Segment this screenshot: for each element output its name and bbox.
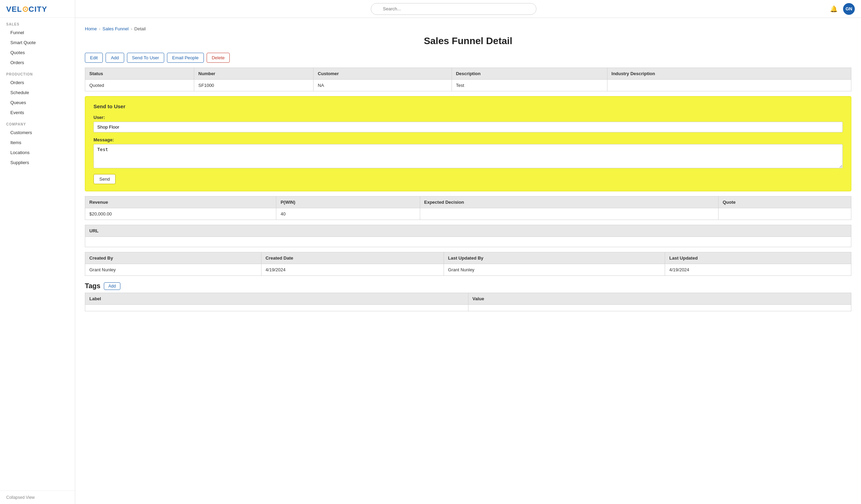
delete-button[interactable]: Delete: [207, 53, 230, 63]
production-section-label: PRODUCTION: [0, 68, 75, 78]
message-textarea[interactable]: [93, 144, 843, 168]
col-tag-label: Label: [85, 293, 468, 305]
col-created-date: Created Date: [261, 252, 444, 264]
send-to-user-panel: Send to User User: Message: Send: [85, 96, 851, 191]
topbar: 🔍 🔔 GN: [75, 0, 861, 18]
col-number: Number: [194, 68, 314, 80]
cell-pwin: 40: [276, 208, 420, 220]
sidebar-item-suppliers[interactable]: Suppliers: [0, 158, 75, 168]
sidebar-section-company: COMPANY Customers Items Locations Suppli…: [0, 118, 75, 168]
tags-label-cell: [85, 305, 468, 311]
send-to-user-title: Send to User: [93, 103, 843, 109]
sales-section-label: SALES: [0, 18, 75, 28]
col-quote: Quote: [718, 196, 851, 208]
financials-table: Revenue P(WIN) Expected Decision Quote $…: [85, 196, 851, 220]
cell-industry-description: [607, 80, 851, 91]
sidebar-item-sales-orders[interactable]: Orders: [0, 58, 75, 68]
breadcrumb-home[interactable]: Home: [85, 26, 97, 31]
sidebar: VEL⊙CITY SALES Funnel Smart Quote Quotes…: [0, 0, 75, 504]
detail-table: Status Number Customer Description Indus…: [85, 68, 851, 91]
sidebar-item-funnel[interactable]: Funnel: [0, 28, 75, 38]
breadcrumb-current: Detail: [134, 26, 146, 31]
notification-bell-icon[interactable]: 🔔: [830, 5, 838, 13]
col-revenue: Revenue: [85, 196, 276, 208]
send-to-user-button[interactable]: Send To User: [127, 53, 165, 63]
page-title: Sales Funnel Detail: [85, 36, 851, 47]
add-button[interactable]: Add: [106, 53, 124, 63]
message-field-row: Message:: [93, 137, 843, 169]
col-tag-value: Value: [468, 293, 851, 305]
sidebar-item-quotes[interactable]: Quotes: [0, 48, 75, 58]
message-label: Message:: [93, 137, 843, 142]
cell-number: SF1000: [194, 80, 314, 91]
cell-description: Test: [452, 80, 607, 91]
topbar-right: 🔔 GN: [830, 3, 855, 15]
cell-customer: NA: [314, 80, 452, 91]
sidebar-item-production-orders[interactable]: Orders: [0, 78, 75, 88]
cell-created-by: Grant Nunley: [85, 264, 261, 276]
user-field-row: User:: [93, 115, 843, 132]
breadcrumb-sales-funnel[interactable]: Sales Funnel: [102, 26, 129, 31]
col-last-updated: Last Updated: [665, 252, 851, 264]
sidebar-item-smart-quote[interactable]: Smart Quote: [0, 38, 75, 48]
tags-table: Label Value: [85, 293, 851, 311]
breadcrumb: Home › Sales Funnel › Detail: [85, 26, 851, 31]
cell-status: Quoted: [85, 80, 194, 91]
content-area: Home › Sales Funnel › Detail Sales Funne…: [75, 18, 861, 504]
breadcrumb-sep-2: ›: [131, 26, 132, 31]
user-input[interactable]: [93, 122, 843, 132]
collapsed-view-toggle[interactable]: Collapsed View: [0, 491, 75, 504]
col-description: Description: [452, 68, 607, 80]
edit-button[interactable]: Edit: [85, 53, 103, 63]
tags-value-cell: [468, 305, 851, 311]
col-status: Status: [85, 68, 194, 80]
cell-quote: [718, 208, 851, 220]
sidebar-section-production: PRODUCTION Orders Schedule Queues Events: [0, 68, 75, 118]
sidebar-item-schedule[interactable]: Schedule: [0, 88, 75, 98]
cell-expected-decision: [420, 208, 718, 220]
tags-title: Tags: [85, 282, 100, 290]
sidebar-section-sales: SALES Funnel Smart Quote Quotes Orders: [0, 18, 75, 68]
col-last-updated-by: Last Updated By: [444, 252, 665, 264]
meta-table: Created By Created Date Last Updated By …: [85, 252, 851, 276]
search-input[interactable]: [371, 3, 536, 15]
toolbar: Edit Add Send To User Email People Delet…: [85, 53, 851, 63]
search-container: 🔍: [81, 3, 826, 15]
search-wrap: 🔍: [371, 3, 536, 15]
col-customer: Customer: [314, 68, 452, 80]
sidebar-item-items[interactable]: Items: [0, 138, 75, 148]
sidebar-item-locations[interactable]: Locations: [0, 148, 75, 158]
col-expected-decision: Expected Decision: [420, 196, 718, 208]
send-button[interactable]: Send: [93, 174, 116, 184]
sidebar-item-queues[interactable]: Queues: [0, 98, 75, 108]
cell-last-updated-by: Grant Nunley: [444, 264, 665, 276]
tags-add-button[interactable]: Add: [104, 282, 120, 290]
email-people-button[interactable]: Email People: [167, 53, 204, 63]
col-created-by: Created By: [85, 252, 261, 264]
sidebar-item-events[interactable]: Events: [0, 108, 75, 118]
logo-area: VEL⊙CITY: [0, 0, 75, 18]
detail-row: Quoted SF1000 NA Test: [85, 80, 851, 91]
financials-row: $20,000.00 40: [85, 208, 851, 220]
col-industry-description: Industry Description: [607, 68, 851, 80]
main-wrapper: 🔍 🔔 GN Home › Sales Funnel › Detail Sale…: [75, 0, 861, 504]
url-section-header: URL: [85, 225, 851, 237]
logo-dot: ⊙: [22, 5, 29, 13]
user-label: User:: [93, 115, 843, 120]
col-pwin: P(WIN): [276, 196, 420, 208]
breadcrumb-sep-1: ›: [99, 26, 100, 31]
url-section-body: [85, 237, 851, 247]
sidebar-item-customers[interactable]: Customers: [0, 128, 75, 138]
cell-last-updated: 4/19/2024: [665, 264, 851, 276]
cell-revenue: $20,000.00: [85, 208, 276, 220]
company-section-label: COMPANY: [0, 118, 75, 128]
cell-created-date: 4/19/2024: [261, 264, 444, 276]
tags-header: Tags Add: [85, 282, 851, 290]
user-avatar[interactable]: GN: [843, 3, 855, 15]
app-logo: VEL⊙CITY: [6, 5, 47, 13]
tags-empty-row: [85, 305, 851, 311]
meta-row: Grant Nunley 4/19/2024 Grant Nunley 4/19…: [85, 264, 851, 276]
